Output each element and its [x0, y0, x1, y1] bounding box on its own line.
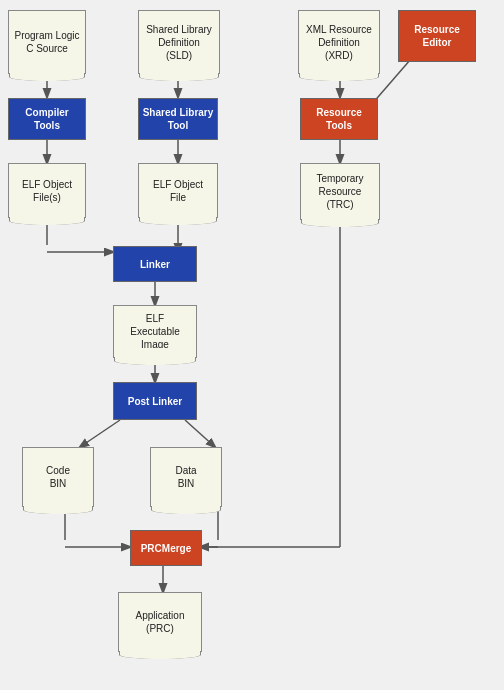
resource-editor: Resource Editor	[398, 10, 476, 62]
code-bin: Code BIN	[22, 447, 94, 507]
prcmerge: PRCMerge	[130, 530, 202, 566]
post-linker: Post Linker	[113, 382, 197, 420]
elf-object-files: ELF Object File(s)	[8, 163, 86, 218]
application: Application (PRC)	[118, 592, 202, 652]
shared-library-definition: Shared Library Definition (SLD)	[138, 10, 220, 74]
program-logic-source: Program Logic C Source	[8, 10, 86, 74]
elf-executable-image: ELF Executable Image	[113, 305, 197, 358]
elf-object-file: ELF Object File	[138, 163, 218, 218]
diagram: Program Logic C Source Shared Library De…	[0, 0, 504, 690]
temporary-resource: Temporary Resource (TRC)	[300, 163, 380, 220]
shared-library-tool: Shared Library Tool	[138, 98, 218, 140]
xml-resource-definition: XML Resource Definition (XRD)	[298, 10, 380, 74]
compiler-tools: Compiler Tools	[8, 98, 86, 140]
data-bin: Data BIN	[150, 447, 222, 507]
svg-line-12	[80, 420, 120, 447]
svg-line-13	[185, 420, 215, 447]
linker: Linker	[113, 246, 197, 282]
resource-tools: Resource Tools	[300, 98, 378, 140]
